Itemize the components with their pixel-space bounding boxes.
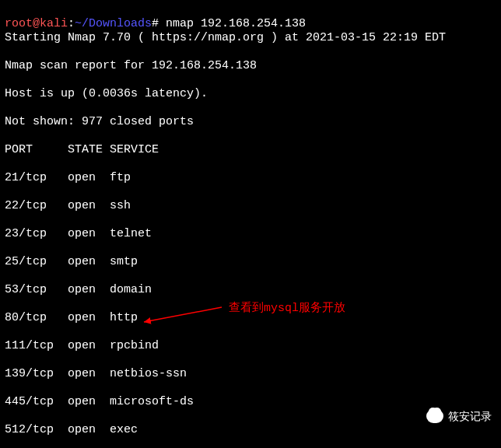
output-line: Not shown: 977 closed ports: [5, 115, 496, 129]
output-line: Host is up (0.0036s latency).: [5, 87, 496, 101]
output-port-row: 25/tcp open smtp: [5, 255, 496, 269]
output-port-row: 139/tcp open netbios-ssn: [5, 367, 496, 381]
output-line: Nmap scan report for 192.168.254.138: [5, 59, 496, 73]
output-table-header: PORT STATE SERVICE: [5, 143, 496, 157]
watermark-text: 筱安记录: [448, 409, 492, 423]
prompt-path: ~/Downloads: [75, 17, 152, 30]
output-port-row: 445/tcp open microsoft-ds: [5, 395, 496, 409]
output-port-row: 23/tcp open telnet: [5, 227, 496, 241]
command-text: nmap 192.168.254.138: [166, 17, 306, 30]
wechat-icon: [426, 409, 443, 423]
watermark: 筱安记录: [426, 409, 492, 423]
prompt-hash: #: [152, 17, 159, 30]
output-port-row: 53/tcp open domain: [5, 283, 496, 297]
prompt-user: root@kali: [5, 17, 68, 30]
annotation-text: 查看到mysql服务开放: [229, 302, 345, 316]
output-port-row: 512/tcp open exec: [5, 423, 496, 437]
prompt-colon: :: [68, 17, 75, 30]
output-port-row: 22/tcp open ssh: [5, 199, 496, 213]
terminal-window[interactable]: root@kali:~/Downloads# nmap 192.168.254.…: [0, 0, 501, 448]
output-port-row: 21/tcp open ftp: [5, 171, 496, 185]
output-port-row: 111/tcp open rpcbind: [5, 339, 496, 353]
output-line: Starting Nmap 7.70 ( https://nmap.org ) …: [5, 31, 496, 45]
